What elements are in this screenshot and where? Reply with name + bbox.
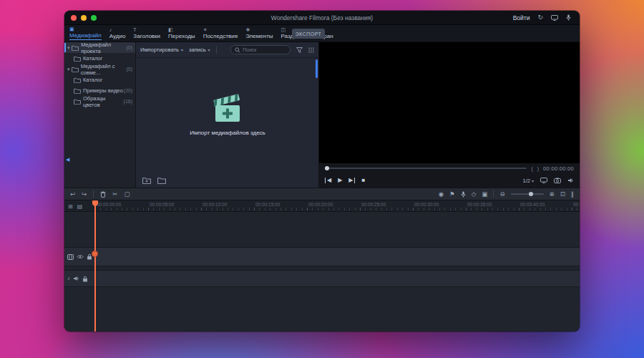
video-track-header xyxy=(64,248,95,266)
zoom-out-button[interactable]: ⊖ xyxy=(499,191,504,198)
ruler-label: 00:00:05:00 xyxy=(150,202,174,207)
grid-view-icon[interactable] xyxy=(308,47,314,53)
fullscreen-icon[interactable] xyxy=(540,178,547,183)
manage-tracks-icon[interactable]: ⊞ xyxy=(68,203,73,210)
keyframe-button[interactable]: ◇ xyxy=(472,191,477,198)
volume-icon[interactable] xyxy=(567,178,574,183)
zoom-slider-handle[interactable] xyxy=(529,192,533,196)
zoom-in-button[interactable]: ⊕ xyxy=(550,191,555,198)
transitions-tab-icon: ◧ xyxy=(168,27,173,32)
record-dropdown[interactable]: запись ▾ xyxy=(189,47,210,53)
sidebar-item-project-media[interactable]: ▾ Медиафайл проекта (0) xyxy=(64,42,135,53)
media-footer xyxy=(136,173,319,188)
redo-button[interactable]: ↪ xyxy=(82,191,87,198)
tab-transitions[interactable]: ◧ Переходы xyxy=(168,27,195,40)
timeline-toolbar: ↩ ↪ ✂ ▢ ◉ ⚑ ◇ ▣ ⊖ ⊕ ⊡ xyxy=(64,188,580,200)
preview-zoom-dropdown[interactable]: 1/2 ▾ xyxy=(523,178,534,184)
playhead[interactable] xyxy=(94,200,96,332)
crop-button[interactable]: ▢ xyxy=(124,191,130,198)
playhead-grip[interactable] xyxy=(92,251,98,257)
marker-button[interactable]: ⚑ xyxy=(449,191,455,198)
folder-icon xyxy=(72,45,79,51)
feature-tabbar: ▣ Медиафайл ♪ Аудио T Заголовки ◧ Перехо… xyxy=(64,25,580,42)
timeline-toolbar-right: ◉ ⚑ ◇ ▣ ⊖ ⊕ ⊡ ∥ xyxy=(439,190,574,198)
audio-track-lane[interactable] xyxy=(95,271,580,286)
mark-in-icon[interactable]: ( xyxy=(531,166,532,171)
export-button[interactable]: ЭКСПОРТ xyxy=(292,29,325,39)
new-folder-icon[interactable] xyxy=(142,177,151,184)
divider xyxy=(493,190,494,198)
collapse-sidebar-icon[interactable]: ◀ xyxy=(66,157,69,163)
ruler-label: 00:00:00:00 xyxy=(97,202,121,207)
search-box[interactable] xyxy=(230,45,291,54)
folder-icon xyxy=(74,99,81,105)
previous-frame-button[interactable]: ◀ xyxy=(325,178,331,183)
film-strip-icon[interactable] xyxy=(67,254,74,260)
tab-elements[interactable]: ❖ Элементы xyxy=(245,27,273,40)
timeline-ruler[interactable]: ⊞ ▤ 00:00:00:00 00:00:05:00 00:00:10:00 … xyxy=(64,200,580,212)
split-screen-tab-icon: ◫ xyxy=(281,27,286,32)
play-button[interactable]: ▶ xyxy=(338,178,342,183)
track-resize-button[interactable]: ∥ xyxy=(571,191,574,198)
titlebar: Wondershare Filmora (Без названия) Войти… xyxy=(64,11,580,25)
fit-timeline-button[interactable]: ⊡ xyxy=(560,191,565,198)
track-options-icon[interactable]: ▤ xyxy=(77,203,83,210)
folder-icon[interactable] xyxy=(157,177,166,184)
folder-icon xyxy=(74,77,81,83)
folder-icon xyxy=(72,67,79,72)
import-media-dropzone[interactable]: Импорт медиафайлов здесь xyxy=(136,94,319,136)
sync-icon[interactable]: ↻ xyxy=(537,14,543,21)
zoom-button[interactable] xyxy=(91,15,97,21)
music-note-icon[interactable]: ♪ xyxy=(67,276,70,281)
video-track xyxy=(64,247,580,266)
preview-panel: ( ) 00:00:00:00 ◀ ▶ ▶ ■ 1/2 ▾ xyxy=(319,42,580,188)
filter-icon[interactable] xyxy=(296,47,303,53)
window-controls xyxy=(64,15,97,21)
mixer-button[interactable]: ▣ xyxy=(482,191,487,198)
microphone-icon[interactable] xyxy=(566,14,571,21)
render-preview-button[interactable]: ◉ xyxy=(439,191,444,198)
split-scissors-button[interactable]: ✂ xyxy=(112,191,117,198)
import-dropdown[interactable]: Импортировать ▾ xyxy=(140,47,183,53)
undo-button[interactable]: ↩ xyxy=(70,191,75,198)
seek-bar[interactable] xyxy=(325,168,527,169)
sidebar-item-color-samples[interactable]: Образцы цветов (16) xyxy=(64,96,135,107)
mark-out-icon[interactable]: ) xyxy=(537,166,539,171)
tab-effects[interactable]: ✶ Последствия xyxy=(203,27,238,40)
chevron-down-icon: ▾ xyxy=(208,47,210,52)
delete-button[interactable] xyxy=(100,191,106,198)
close-button[interactable] xyxy=(71,15,77,21)
sidebar-item-label: Медиафайл с совме... xyxy=(81,63,127,76)
next-frame-button[interactable]: ▶ xyxy=(348,178,355,183)
lock-icon[interactable] xyxy=(82,276,88,282)
effects-tab-icon: ✶ xyxy=(203,27,208,32)
login-button[interactable]: Войти xyxy=(513,14,530,21)
scrollbar-thumb[interactable] xyxy=(316,59,318,78)
search-input[interactable] xyxy=(243,47,286,52)
voiceover-mic-icon[interactable] xyxy=(461,191,466,198)
audio-tab-icon: ♪ xyxy=(109,27,112,32)
ruler-corner: ⊞ ▤ xyxy=(64,200,95,212)
elements-tab-icon: ❖ xyxy=(245,27,250,32)
timeline-zoom-slider[interactable] xyxy=(511,193,544,195)
seek-handle[interactable] xyxy=(325,166,329,170)
speaker-mute-icon[interactable] xyxy=(73,276,79,281)
sidebar-item-catalog-2[interactable]: Каталог xyxy=(64,74,135,85)
snapshot-camera-icon[interactable] xyxy=(554,178,561,183)
sidebar-item-label: Каталог xyxy=(83,55,102,62)
empty-state-text: Импорт медиафайлов здесь xyxy=(190,130,265,136)
ruler-ticks xyxy=(95,208,580,211)
divider xyxy=(93,190,94,198)
item-count: (0) xyxy=(126,67,135,72)
timeline-tracks: ♪ xyxy=(64,212,580,332)
video-track-lane[interactable] xyxy=(95,248,580,266)
sidebar-item-shared-media[interactable]: ▾ Медиафайл с совме... (0) xyxy=(64,64,135,74)
layout-icon[interactable] xyxy=(551,15,558,21)
tab-audio[interactable]: ♪ Аудио xyxy=(109,27,126,40)
eye-visibility-icon[interactable] xyxy=(77,254,84,259)
chevron-down-icon: ▾ xyxy=(181,47,183,52)
tab-titles[interactable]: T Заголовки xyxy=(133,27,160,40)
stop-button[interactable]: ■ xyxy=(361,178,365,183)
minimize-button[interactable] xyxy=(81,15,87,21)
tab-media[interactable]: ▣ Медиафайл xyxy=(69,26,102,40)
